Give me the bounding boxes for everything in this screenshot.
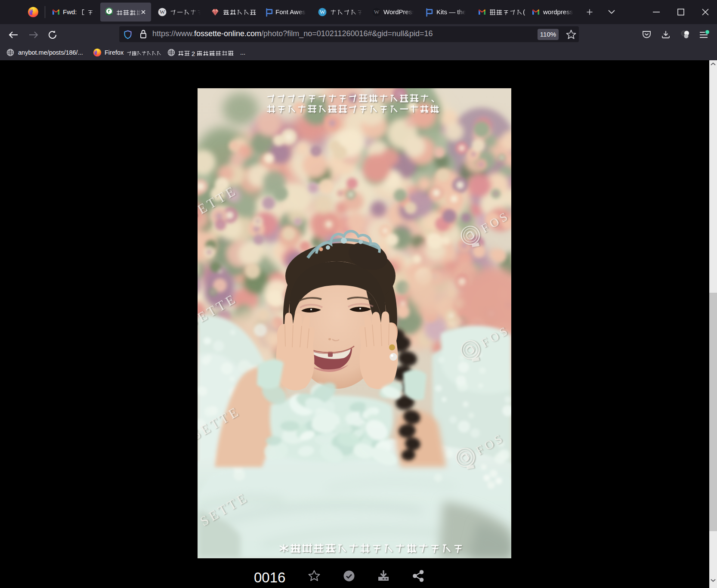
svg-text:2: 2 bbox=[192, 50, 195, 57]
svg-text:W: W bbox=[320, 9, 325, 15]
svg-text:W: W bbox=[160, 9, 165, 15]
svg-text:W: W bbox=[374, 9, 380, 15]
